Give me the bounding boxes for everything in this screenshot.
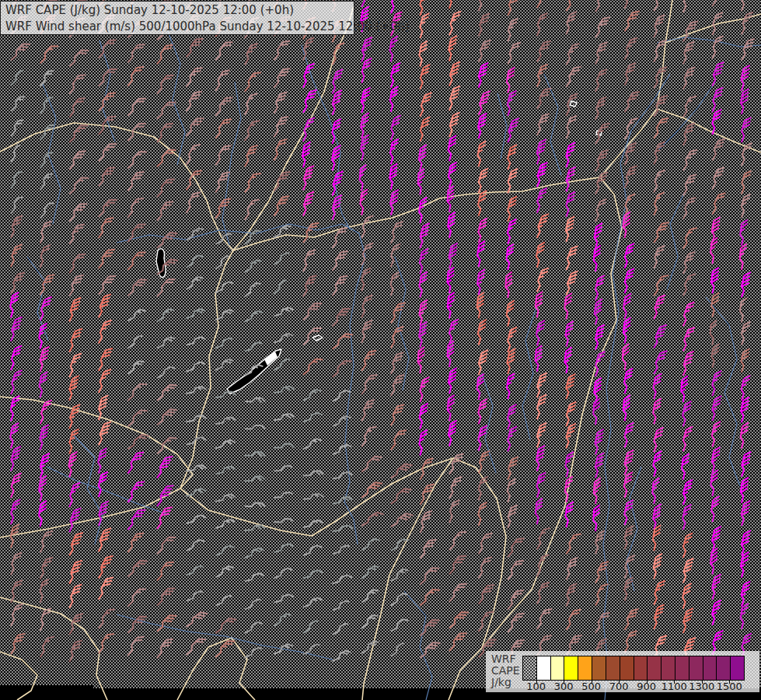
legend-swatch [564,656,578,680]
wind-barb [389,271,399,297]
wind-barb [535,138,546,166]
wind-barb [710,470,718,496]
wind-barb [155,198,173,223]
wind-barb [272,193,289,218]
wind-barb [9,523,19,549]
wind-barb [418,429,428,456]
wind-barb [476,373,484,400]
wind-barb [389,324,403,350]
wind-barb [740,477,749,503]
legend-swatch [523,656,536,680]
wind-barb [681,226,696,250]
wind-barb [155,98,176,121]
wind-barb [360,372,377,397]
wind-barb [476,0,489,12]
wind-barb [184,142,201,166]
wind-barb [710,292,719,317]
wind-barb [652,65,667,90]
wind-barb [302,569,323,582]
wind-barb [38,452,50,479]
wind-barb [506,535,525,560]
wind-barb [38,398,52,425]
wind-barb [476,240,485,267]
wind-barb [155,453,173,480]
wind-barb [38,475,47,502]
wind-barb [9,422,19,449]
wind-barb [681,453,689,480]
wind-barb [126,195,144,220]
wind-barb [623,116,638,142]
wind-barb [564,531,581,556]
legend-swatch [606,656,620,680]
wind-barb [38,150,53,170]
wind-barb [740,320,751,346]
wind-barb [623,499,634,526]
wind-barb [389,114,400,142]
wind-barb [389,642,405,657]
wind-barb [274,518,292,523]
wind-barb [652,244,665,270]
wind-barb [68,403,80,430]
wind-barb [302,492,323,502]
wind-barb [127,359,145,376]
wind-barb [244,451,265,459]
wind-barb [184,89,201,114]
wind-barb [710,108,721,135]
wind-barb [389,427,407,452]
wind-barb [594,429,604,455]
wind-barb [681,272,695,298]
wind-barb [448,268,455,294]
wind-barb [302,543,322,558]
wind-barb [244,646,262,659]
wind-barb [185,275,203,292]
wind-barb [68,296,82,323]
wind-barb [389,510,413,530]
wind-barb [214,614,236,636]
wind-barb [623,395,630,422]
lake-velence [312,335,323,341]
wind-barb [564,191,575,218]
wind-barb [564,244,578,271]
wind-barb [564,269,578,296]
wind-barb [361,639,379,656]
wind-barb [331,388,351,404]
wind-barb [417,347,424,373]
wind-barb [448,35,458,61]
wind-barb [448,608,469,632]
wind-barb [623,554,634,579]
wind-barb [274,412,295,423]
wind-barb [68,250,86,275]
wind-barb [186,414,207,425]
wind-barb [710,369,721,397]
wind-barb [272,65,290,90]
wind-barb [652,13,665,39]
wind-barb [564,64,581,89]
wind-barb [39,42,59,66]
legend-swatch [550,656,564,680]
wind-barb [244,425,265,432]
legend-tick-label: 1500 [712,681,746,692]
wind-barb [97,215,114,240]
wind-barb [389,138,399,165]
wind-barb [68,121,88,145]
wind-barb [155,482,174,509]
wind-barb [9,551,22,576]
wind-barb [68,558,82,586]
wind-barb [360,424,377,449]
wind-barb [740,422,749,449]
wind-barb [361,537,380,553]
wind-barb [682,147,698,172]
wind-barb [184,167,201,192]
wind-barb [155,504,173,530]
wind-barb [243,118,260,143]
wind-barb [476,530,492,555]
wind-barb [9,345,22,372]
wind-barb [536,606,553,631]
wind-barb [564,114,577,140]
wind-barb [68,327,82,354]
wind-barb [185,114,204,138]
wind-barb [330,273,347,298]
wind-barb [593,398,600,425]
wind-barb [740,450,752,478]
wind-barb [535,422,546,449]
